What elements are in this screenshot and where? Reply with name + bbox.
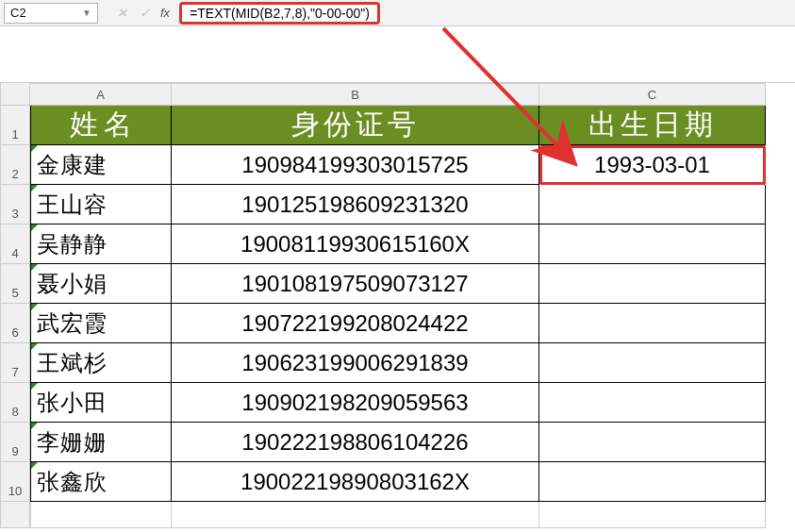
row-header-7[interactable]: 7 [0, 343, 30, 383]
cell-empty[interactable] [30, 502, 172, 528]
row-header-6[interactable]: 6 [0, 304, 30, 343]
cell-name[interactable]: 李姗姗 [30, 423, 172, 462]
cell-birth[interactable] [539, 383, 766, 423]
cell-name[interactable]: 王斌杉 [30, 343, 172, 383]
table-row: 王山容 190125198609231320 [30, 185, 795, 224]
cell-id[interactable]: 190902198209059563 [172, 383, 539, 423]
cancel-icon[interactable]: ✕ [111, 4, 132, 23]
cell-birth-selected[interactable]: 1993-03-01 [539, 145, 766, 185]
error-indicator-icon [31, 383, 38, 390]
col-header-C[interactable]: C [539, 83, 766, 106]
table-row: 武宏霞 190722199208024422 [30, 304, 795, 343]
error-indicator-icon [31, 145, 38, 152]
table-row: 聂小娟 190108197509073127 [30, 264, 795, 304]
cell-id[interactable]: 190125198609231320 [172, 185, 539, 224]
cell-name[interactable]: 金康建 [30, 145, 172, 185]
error-indicator-icon [31, 423, 38, 429]
cell-name[interactable]: 聂小娟 [30, 264, 172, 304]
cell-id[interactable]: 190108197509073127 [172, 264, 539, 304]
cell-id[interactable]: 190984199303015725 [172, 145, 539, 185]
name-box-value: C2 [10, 6, 26, 20]
header-name[interactable]: 姓名 [30, 106, 172, 145]
col-header-A[interactable]: A [30, 83, 172, 106]
cell-birth[interactable] [539, 185, 766, 224]
spreadsheet-grid: 1 2 3 4 5 6 7 8 9 10 A B C 姓名 身份证号 出生日期 … [0, 83, 795, 528]
row-header-2[interactable]: 2 [0, 145, 30, 185]
table-row: 李姗姗 190222198806104226 [30, 423, 795, 462]
cell-id[interactable]: 190623199006291839 [172, 343, 539, 383]
error-indicator-icon [31, 343, 38, 350]
formula-text: =TEXT(MID(B2,7,8),"0-00-00") [190, 6, 370, 21]
table-row: 王斌杉 190623199006291839 [30, 343, 795, 383]
name-box[interactable]: C2 ▼ [4, 3, 98, 24]
header-id[interactable]: 身份证号 [172, 106, 539, 145]
cell-name[interactable]: 武宏霞 [30, 304, 172, 343]
cell-name[interactable]: 张鑫欣 [30, 462, 172, 502]
row-header-1[interactable]: 1 [0, 106, 30, 145]
cell-id[interactable]: 19002219890803162X [172, 462, 539, 502]
cell-birth[interactable] [539, 304, 766, 343]
error-indicator-icon [31, 264, 38, 271]
cell-name[interactable]: 吴静静 [30, 224, 172, 264]
cell-empty[interactable] [539, 502, 766, 528]
error-indicator-icon [31, 224, 38, 231]
table-row: 张小田 190902198209059563 [30, 383, 795, 423]
table-row-empty [30, 502, 795, 528]
cell-birth[interactable] [539, 462, 766, 502]
formula-bar: C2 ▼ ✕ ✓ fx =TEXT(MID(B2,7,8),"0-00-00") [0, 0, 795, 26]
row-header-10[interactable]: 10 [0, 462, 30, 502]
confirm-icon[interactable]: ✓ [134, 4, 155, 23]
table-row: 金康建 190984199303015725 1993-03-01 [30, 145, 795, 185]
cell-empty[interactable] [172, 502, 539, 528]
row-header-9[interactable]: 9 [0, 423, 30, 462]
table-row: 张鑫欣 19002219890803162X [30, 462, 795, 502]
row-header-11[interactable] [0, 502, 30, 528]
cell-birth[interactable] [539, 343, 766, 383]
table-row: 吴静静 19008119930615160X [30, 224, 795, 264]
formula-bar-expand [0, 26, 795, 83]
cell-birth[interactable] [539, 264, 766, 304]
row-header-3[interactable]: 3 [0, 185, 30, 224]
cell-name[interactable]: 王山容 [30, 185, 172, 224]
select-all-corner[interactable] [0, 83, 30, 106]
row-header-8[interactable]: 8 [0, 383, 30, 423]
column-header-row: A B C [30, 83, 795, 106]
row-header-4[interactable]: 4 [0, 224, 30, 264]
table-header-row: 姓名 身份证号 出生日期 [30, 106, 795, 145]
cell-birth[interactable] [539, 224, 766, 264]
cell-name[interactable]: 张小田 [30, 383, 172, 423]
chevron-down-icon[interactable]: ▼ [82, 8, 91, 18]
fx-icon[interactable]: fx [160, 6, 170, 20]
formula-buttons: ✕ ✓ fx [111, 4, 170, 23]
header-birth[interactable]: 出生日期 [539, 106, 766, 145]
cell-id[interactable]: 19008119930615160X [172, 224, 539, 264]
sheet-body: A B C 姓名 身份证号 出生日期 金康建 19098419930301572… [30, 83, 795, 528]
col-header-B[interactable]: B [172, 83, 539, 106]
formula-input[interactable]: =TEXT(MID(B2,7,8),"0-00-00") [179, 2, 380, 25]
cell-birth[interactable] [539, 423, 766, 462]
cell-id[interactable]: 190722199208024422 [172, 304, 539, 343]
cell-id[interactable]: 190222198806104226 [172, 423, 539, 462]
error-indicator-icon [31, 304, 38, 310]
row-header-5[interactable]: 5 [0, 264, 30, 304]
error-indicator-icon [31, 462, 38, 469]
row-header-column: 1 2 3 4 5 6 7 8 9 10 [0, 83, 30, 528]
error-indicator-icon [31, 185, 38, 191]
